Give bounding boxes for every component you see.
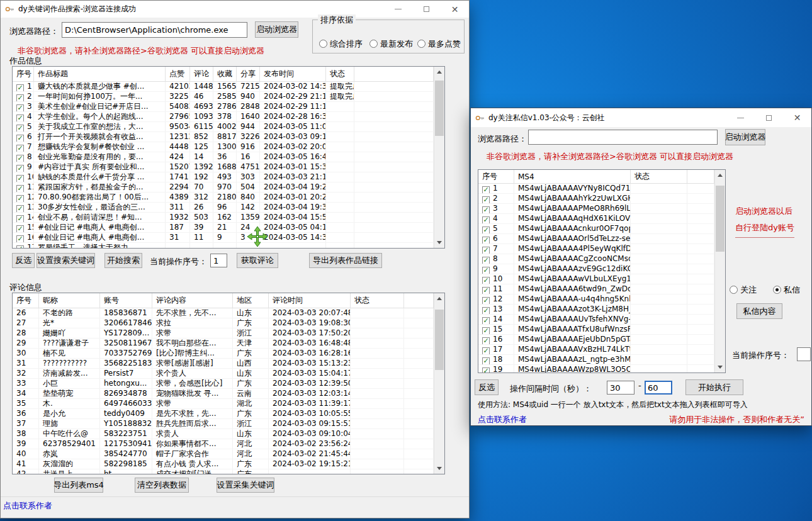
clear-list-button[interactable]: 清空列表数据 (135, 478, 189, 493)
comments-table-row[interactable]: 39 62378529401 1217530941 你如果事情都不... 河北 … (13, 439, 434, 449)
ms4-table-row[interactable]: ✓14 MS4wLjABAAAAUvTsfehXNVg-7Z... (478, 315, 714, 325)
row-checkbox[interactable]: ✓ (482, 216, 490, 223)
row-checkbox[interactable]: ✓ (482, 237, 490, 244)
row-checkbox[interactable]: ✓ (482, 347, 490, 354)
comments-table-row[interactable]: 38 中午吃什么@ 583223751 求贵人 山东 2024-03-03 09… (13, 429, 434, 439)
current-index-input[interactable] (797, 347, 811, 361)
scroll-up-arrow[interactable] (715, 170, 725, 181)
ms4-table-row[interactable]: ✓5 MS4wLjABAAAAcnkur0OF7qopeq... (478, 224, 714, 234)
row-checkbox[interactable]: ✓ (16, 225, 24, 232)
row-checkbox[interactable]: ✓ (482, 186, 490, 193)
scroll-down-arrow[interactable] (434, 237, 444, 248)
radio-sort-newest[interactable] (369, 40, 378, 48)
row-checkbox[interactable]: ✓ (16, 104, 24, 111)
row-checkbox[interactable]: ✓ (482, 367, 490, 373)
set-collect-keywords-button[interactable]: 设置采集关键词 (217, 478, 274, 493)
row-checkbox[interactable]: ✓ (482, 247, 490, 254)
comments-table-row[interactable]: 30 楠不见 70337527691 [比心]帮博主纠... 广东 2024-0… (13, 349, 434, 359)
minimize-button[interactable] (726, 108, 755, 127)
row-checkbox[interactable]: ✓ (482, 307, 490, 314)
dm-content-button[interactable]: 私信内容 (736, 303, 782, 319)
row-checkbox[interactable]: ✓ (482, 196, 490, 203)
ms4-table-row[interactable]: ✓12 MS4wLjABAAAA-u4q4hng5Knb2h... (478, 294, 714, 305)
row-checkbox[interactable]: ✓ (482, 297, 490, 304)
right-titlebar[interactable]: dy关注私信v1.03-公众号：云创社 ✕ (471, 108, 811, 127)
ms4-table-row[interactable]: ✓3 MS4wLjABAAAAPMeO8Rh69lLUnd... (478, 204, 714, 214)
row-checkbox[interactable]: ✓ (16, 215, 24, 222)
row-checkbox[interactable]: ✓ (16, 195, 24, 202)
ms4-table-row[interactable]: ✓1 MS4wLjABAAAAVYNy8ICQd71X-n... (478, 184, 714, 194)
row-checkbox[interactable]: ✓ (16, 205, 24, 212)
ms4-table-row[interactable]: ✓6 MS4wLjABAAAAOrl5dTeLzz-sey... (478, 234, 714, 244)
contact-author-link[interactable]: 点击联系作者 (478, 414, 527, 425)
works-table-row[interactable]: ✓4 大学生创业。每个人的起跑线... 27965 1093 378 1640 … (13, 112, 434, 122)
works-table-row[interactable]: ✓9 #内容过于真实 所有要创业和... 15207 1392 1688 475… (13, 162, 434, 172)
current-index-input[interactable] (210, 254, 227, 267)
row-checkbox[interactable]: ✓ (482, 337, 490, 344)
row-checkbox[interactable]: ✓ (16, 185, 24, 192)
ms4-table-row[interactable]: ✓13 MS4wLjABAAAAzot3K-LjzM8H_P... (478, 305, 714, 315)
comments-scrollbar[interactable] (434, 293, 444, 474)
works-table-row[interactable]: ✓11 紧跟国家方针，都是捡金子的... 2294 70 970 504 202… (13, 182, 434, 193)
comments-table-row[interactable]: 29 ????谦谦君子 32508119675 我不明白那些在... 天津 20… (13, 339, 434, 349)
row-checkbox[interactable]: ✓ (16, 175, 24, 182)
row-checkbox[interactable]: ✓ (482, 227, 490, 233)
scroll-up-arrow[interactable] (434, 293, 444, 304)
close-button[interactable]: ✕ (441, 1, 469, 18)
scrollbar-thumb[interactable] (435, 81, 444, 136)
row-checkbox[interactable]: ✓ (16, 245, 24, 248)
maximize-button[interactable] (412, 1, 441, 18)
comments-table-row[interactable]: 42 共送昌上 ht... 成交才把刘[门送... 广东 (13, 469, 434, 474)
row-checkbox[interactable]: ✓ (16, 135, 24, 142)
comments-table-row[interactable]: 41 灰溜溜的 582298185 有点小钱 贵人求... 广东 2024-03… (13, 459, 434, 469)
export-ms4-button[interactable]: 导出列表ms4 (54, 478, 103, 493)
comments-table-row[interactable]: 33 小巨 hetongxu... 求带，会感恩[比心] 广东 2024-03-… (13, 379, 434, 389)
interval-to-input[interactable] (645, 381, 672, 395)
comments-table-row[interactable]: 31 ??????????? 35682251837 求带[感谢][感谢] 山西… (13, 359, 434, 369)
radio-sort-most-liked[interactable] (417, 40, 426, 48)
row-checkbox[interactable]: ✓ (16, 235, 24, 242)
comments-table-row[interactable]: 26 不老的路 185836871 先不求胜，先不... 山东 2024-03-… (13, 308, 434, 318)
row-checkbox[interactable]: ✓ (482, 317, 490, 324)
ms4-table-row[interactable]: ✓15 MS4wLjABAAAATfxU8ufWnzsFbe... (478, 325, 714, 335)
works-table-row[interactable]: ✓7 想赚钱先学会复制#餐饮创业 ... 4448 125 1300 916 2… (13, 142, 434, 152)
row-checkbox[interactable]: ✓ (16, 125, 24, 132)
row-checkbox[interactable]: ✓ (16, 155, 24, 162)
row-checkbox[interactable]: ✓ (482, 267, 490, 274)
comments-table-row[interactable]: 36 是小允 teddy0409 是先不求胜，先... 广东 2024-03-0… (13, 409, 434, 419)
browser-path-input[interactable] (62, 22, 247, 38)
export-work-links-button[interactable]: 导出列表作品链接 (309, 253, 382, 268)
works-table-row[interactable]: ✓15 #创业日记 #电商人 #电商创... 187 39 21 24 2024… (13, 223, 434, 233)
ms4-table-row[interactable]: ✓2 MS4wLjABAAAAhYk2zUwLXGH5BV... (478, 194, 714, 204)
scrollbar-thumb[interactable] (435, 310, 444, 370)
works-table-row[interactable]: ✓14 创业不易，创前请深思！#知... 1932 503 162 1359 2… (13, 213, 434, 223)
works-table-row[interactable]: ✓2 一年时间如何挣100万。一年... 3225 46 2585 940 20… (13, 92, 434, 102)
works-table-row[interactable]: ✓12 70.80.90都套路出局了！00后... 4389 312 2180 … (13, 193, 434, 203)
radio-follow[interactable] (730, 286, 738, 294)
invert-selection-button[interactable]: 反选 (475, 379, 499, 395)
scrollbar-thumb[interactable] (716, 186, 725, 252)
comments-table-row[interactable]: 28 姗姗吖 YS172809... 求带 浙江 2024-03-03 17:5… (13, 328, 434, 339)
radio-sort-comprehensive[interactable] (319, 40, 327, 48)
row-checkbox[interactable]: ✓ (16, 145, 24, 152)
works-table-row[interactable]: ✓1 赚大钱的本质就是少做事 #创... 42103 1448 15659 72… (13, 82, 434, 92)
works-table-row[interactable]: ✓16 #创业日记 #电商人 #电商创... 31 11 9 3 2024-03… (13, 233, 434, 243)
row-checkbox[interactable]: ✓ (482, 327, 490, 334)
ms4-table-header[interactable]: 序号 MS4 状态 (478, 170, 714, 184)
comments-table-row[interactable]: 34 垫垫萌宠 826934878 宠物猫咪批发 寻... 云南 2024-03… (13, 389, 434, 399)
comments-table-row[interactable]: 40 赤岚 385424770 帽子厂家求合作 河北 2024-03-02 21… (13, 449, 434, 459)
maximize-button[interactable] (755, 108, 783, 127)
invert-selection-button[interactable]: 反选 (12, 253, 35, 268)
ms4-table-row[interactable]: ✓18 MS4wLjABAAAAzL_ngtp-e3hMm4... (478, 355, 714, 365)
browser-path-input[interactable] (528, 130, 718, 145)
ms4-table-row[interactable]: ✓8 MS4wLjABAAAACgZcooNCMsd6lm... (478, 254, 714, 264)
works-table-row[interactable]: ✓6 打开一个开关视频就会有收益... 12312 852 8817 3226 … (13, 132, 434, 142)
works-table-row[interactable]: ✓8 创业光靠勤奋是没有用的，要... 424 14 36 16 2024-03… (13, 152, 434, 162)
close-button[interactable]: ✕ (783, 108, 811, 127)
ms4-scrollbar[interactable] (714, 170, 725, 373)
ms4-table-row[interactable]: ✓4 MS4wLjABAAAAqHdX61KiLOV7LE... (478, 214, 714, 224)
works-table-row[interactable]: ✓10 缺钱的本质是什么#干货分享 ... 1741 192 493 303 2… (13, 172, 434, 182)
row-checkbox[interactable]: ✓ (16, 165, 24, 172)
set-search-keywords-button[interactable]: 设置搜索关键词 (37, 253, 95, 268)
comments-table-row[interactable]: 32 济南减龄发... Persist7 求个贵人 山东 2024-03-03 … (13, 369, 434, 379)
